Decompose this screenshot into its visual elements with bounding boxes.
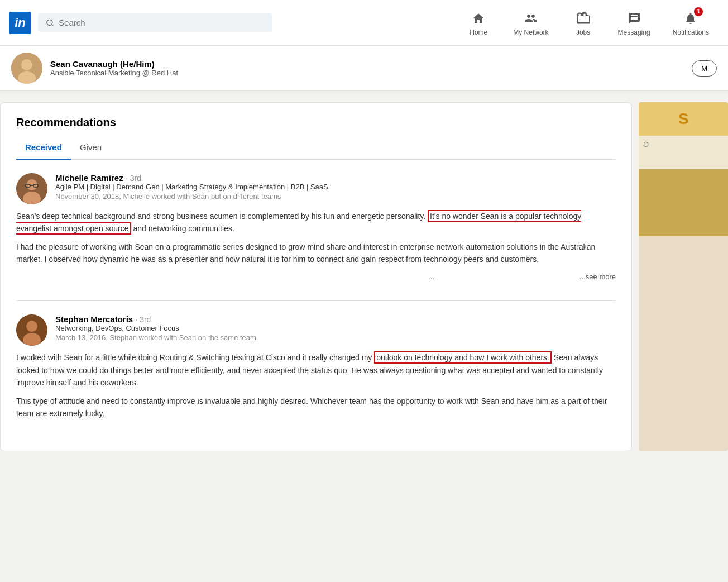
rec-header-stephan: Stephan Mercatoris · 3rd Networking, Dev…	[16, 314, 616, 346]
svg-line-1	[51, 24, 53, 26]
rec-person-info-michelle: Michelle Ramirez · 3rd Agile PM | Digita…	[55, 173, 328, 201]
stephan-degree: · 3rd	[135, 315, 151, 324]
main-container: Recommendations Received Given	[0, 91, 728, 462]
home-label: Home	[470, 28, 487, 36]
recommendation-michelle: Michelle Ramirez · 3rd Agile PM | Digita…	[16, 173, 616, 283]
michelle-title: Agile PM | Digital | Demand Gen | Market…	[55, 183, 328, 191]
michelle-date: November 30, 2018, Michelle worked with …	[55, 192, 328, 201]
michelle-see-more: ... ...see more	[16, 271, 616, 283]
nav-item-my-network[interactable]: My Network	[503, 9, 558, 36]
sidebar-ad-bot	[639, 169, 728, 236]
search-input[interactable]	[59, 18, 265, 27]
sidebar-right: S O	[639, 102, 728, 451]
sidebar-ad-top: S	[639, 102, 728, 136]
navbar-left: in	[9, 12, 456, 34]
notifications-badge: 1	[694, 7, 703, 16]
michelle-highlight: It's no wonder Sean is a popular technol…	[16, 210, 581, 235]
svg-point-12	[26, 321, 37, 332]
avatar-michelle[interactable]	[16, 173, 47, 204]
jobs-label: Jobs	[576, 28, 590, 36]
network-icon-wrap	[522, 9, 540, 27]
content-area: Recommendations Received Given	[0, 102, 632, 451]
tab-given[interactable]: Given	[71, 138, 111, 160]
notifications-label: Notifications	[673, 28, 709, 36]
nav-item-jobs[interactable]: Jobs	[561, 9, 606, 36]
linkedin-logo-text: in	[15, 16, 26, 30]
divider-1	[16, 300, 616, 301]
tab-received[interactable]: Received	[16, 138, 71, 160]
search-icon	[46, 18, 54, 27]
recommendations-tabs: Received Given	[16, 138, 616, 160]
home-icon	[472, 12, 485, 25]
rec-person-info-stephan: Stephan Mercatoris · 3rd Networking, Dev…	[55, 314, 256, 342]
jobs-icon-wrap	[574, 9, 592, 27]
svg-point-0	[47, 20, 52, 25]
stephan-title: Networking, DevOps, Customer Focus	[55, 324, 256, 332]
svg-point-3	[21, 59, 32, 70]
michelle-name: Michelle Ramirez · 3rd	[55, 173, 328, 183]
michelle-para-1: Sean's deep technical background and str…	[16, 210, 616, 235]
profile-header: Sean Cavanaugh (He/Him) Ansible Technica…	[0, 46, 728, 91]
network-icon	[524, 12, 538, 25]
recommendations-title: Recommendations	[16, 116, 616, 129]
profile-info: Sean Cavanaugh (He/Him) Ansible Technica…	[50, 59, 178, 77]
avatar-stephan[interactable]	[16, 314, 47, 346]
michelle-see-more-link[interactable]: ...see more	[579, 273, 616, 281]
search-bar[interactable]	[38, 13, 272, 32]
profile-title: Ansible Technical Marketing @ Red Hat	[50, 69, 178, 77]
stephan-date: March 13, 2016, Stephan worked with Sean…	[55, 333, 256, 342]
rec-body-michelle: Sean's deep technical background and str…	[16, 210, 616, 283]
navbar: in Home My Network	[0, 0, 728, 46]
sidebar-ad-mid: O	[639, 136, 728, 169]
avatar	[11, 53, 42, 84]
stephan-name: Stephan Mercatoris · 3rd	[55, 314, 256, 324]
michelle-degree: · 3rd	[126, 174, 141, 183]
stephan-para-2: This type of attitude and need to consta…	[16, 395, 616, 420]
messaging-icon	[628, 12, 641, 25]
rec-body-stephan: I worked with Sean for a little while do…	[16, 351, 616, 419]
rec-header-michelle: Michelle Ramirez · 3rd Agile PM | Digita…	[16, 173, 616, 204]
my-network-label: My Network	[513, 28, 548, 36]
michelle-para-2: I had the pleasure of working with Sean …	[16, 241, 616, 266]
messaging-icon-wrap	[625, 9, 643, 27]
messaging-label: Messaging	[618, 28, 650, 36]
jobs-icon	[577, 12, 590, 25]
recommendation-stephan: Stephan Mercatoris · 3rd Networking, Dev…	[16, 314, 616, 419]
nav-item-notifications[interactable]: 1 Notifications	[663, 9, 719, 36]
home-icon-wrap	[470, 9, 487, 27]
svg-point-6	[26, 179, 37, 190]
stephan-highlight: outlook on technology and how I work wit…	[374, 351, 552, 364]
nav-item-home[interactable]: Home	[456, 9, 501, 36]
profile-name: Sean Cavanaugh (He/Him)	[50, 59, 178, 69]
notifications-icon-wrap: 1	[682, 9, 700, 27]
stephan-para-1: I worked with Sean for a little while do…	[16, 351, 616, 389]
navbar-right: Home My Network Jobs	[456, 9, 719, 36]
nav-item-messaging[interactable]: Messaging	[608, 9, 660, 36]
me-button[interactable]: M	[692, 60, 717, 77]
linkedin-logo[interactable]: in	[9, 12, 31, 34]
